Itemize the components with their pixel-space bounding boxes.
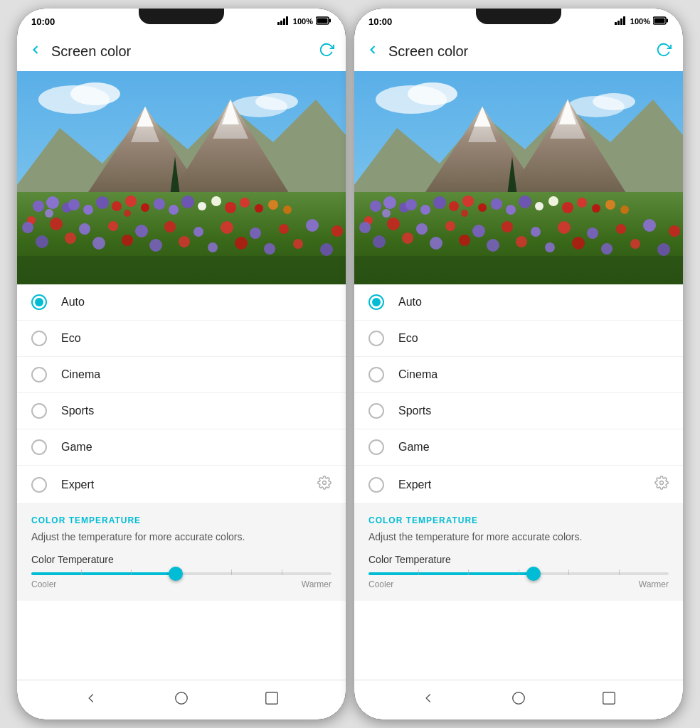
svg-point-82 <box>593 93 635 110</box>
radio-label-auto: Auto <box>398 296 669 309</box>
svg-point-59 <box>122 235 133 246</box>
svg-point-64 <box>264 243 275 255</box>
radio-item-eco[interactable]: Eco <box>354 321 683 357</box>
radio-item-sports[interactable]: Sports <box>17 393 346 429</box>
svg-point-112 <box>592 204 600 213</box>
svg-point-126 <box>669 225 680 237</box>
svg-point-110 <box>562 202 573 213</box>
radio-item-sports[interactable]: Sports <box>354 393 683 429</box>
slider-track[interactable] <box>368 572 669 575</box>
slider-thumb[interactable] <box>169 567 183 581</box>
svg-rect-1 <box>280 21 282 25</box>
color-temp-title: COLOR TEMPERATURE <box>31 515 332 525</box>
svg-point-137 <box>657 243 670 256</box>
svg-point-134 <box>572 237 585 250</box>
svg-point-94 <box>383 196 396 209</box>
radio-item-expert[interactable]: Expert <box>354 466 683 504</box>
radio-label-cinema: Cinema <box>61 368 332 381</box>
svg-point-40 <box>240 198 250 208</box>
svg-rect-72 <box>617 21 620 25</box>
nav-recent-button[interactable] <box>264 690 280 710</box>
svg-point-96 <box>382 209 391 218</box>
radio-label-game: Game <box>61 441 332 454</box>
svg-point-30 <box>125 196 137 207</box>
nav-back-button[interactable] <box>83 690 99 710</box>
svg-point-100 <box>449 201 459 211</box>
radio-label-sports: Sports <box>398 405 669 417</box>
color-temperature-section: COLOR TEMPERATURE Adjust the temperature… <box>354 504 683 601</box>
back-button[interactable] <box>28 43 43 60</box>
svg-point-122 <box>558 221 571 234</box>
refresh-button[interactable] <box>656 42 672 61</box>
svg-point-9 <box>70 82 120 105</box>
gear-icon[interactable] <box>317 476 332 493</box>
svg-point-117 <box>416 223 428 235</box>
slider-fill <box>31 572 176 575</box>
svg-point-25 <box>45 209 53 218</box>
svg-point-102 <box>478 203 487 212</box>
radio-item-eco[interactable]: Eco <box>17 321 346 357</box>
svg-point-132 <box>516 236 527 247</box>
radio-circle-eco <box>31 331 47 346</box>
svg-point-105 <box>491 198 502 210</box>
radio-item-game[interactable]: Game <box>17 429 346 466</box>
svg-point-62 <box>208 242 218 252</box>
nav-bar <box>17 680 346 719</box>
svg-point-63 <box>235 237 248 250</box>
slider-thumb[interactable] <box>526 567 541 581</box>
radio-circle-sports <box>368 403 384 419</box>
app-bar: Screen color <box>17 31 346 71</box>
refresh-button[interactable] <box>319 42 334 61</box>
svg-point-107 <box>519 196 531 208</box>
svg-point-140 <box>513 692 525 705</box>
svg-point-49 <box>164 221 176 232</box>
svg-point-109 <box>548 196 558 206</box>
svg-point-133 <box>545 242 555 252</box>
radio-item-cinema[interactable]: Cinema <box>17 357 346 393</box>
svg-point-23 <box>46 196 59 209</box>
warmer-label: Warmer <box>639 579 669 589</box>
radio-item-game[interactable]: Game <box>354 429 683 466</box>
svg-point-51 <box>221 221 233 234</box>
scroll-content: AutoEcoCinemaSportsGameExpert COLOR TEMP… <box>17 284 346 680</box>
svg-point-45 <box>50 218 63 230</box>
nav-home-button[interactable] <box>174 690 189 710</box>
battery-symbol <box>653 16 669 27</box>
svg-point-123 <box>587 228 598 239</box>
gear-icon[interactable] <box>654 476 669 493</box>
radio-label-cinema: Cinema <box>398 368 669 381</box>
slider-track[interactable] <box>31 572 332 575</box>
svg-point-37 <box>198 202 206 210</box>
nav-home-button[interactable] <box>511 690 526 710</box>
radio-circle-expert <box>31 477 47 493</box>
radio-label-expert: Expert <box>61 478 317 491</box>
back-button[interactable] <box>366 43 380 60</box>
svg-point-125 <box>643 219 656 232</box>
radio-circle-cinema <box>31 367 47 382</box>
phone-left: 10:00 100% <box>17 9 346 719</box>
svg-point-99 <box>433 196 446 209</box>
radio-label-auto: Auto <box>61 296 332 309</box>
svg-point-129 <box>430 237 442 250</box>
nav-back-button[interactable] <box>420 690 436 710</box>
radio-item-cinema[interactable]: Cinema <box>354 357 683 393</box>
radio-item-auto[interactable]: Auto <box>354 284 683 321</box>
svg-point-127 <box>373 235 386 248</box>
svg-point-57 <box>65 232 76 244</box>
radio-circle-game <box>368 439 384 455</box>
svg-point-66 <box>320 243 333 256</box>
color-mode-list: AutoEcoCinemaSportsGameExpert <box>17 284 346 504</box>
nav-recent-button[interactable] <box>601 690 617 710</box>
radio-item-expert[interactable]: Expert <box>17 466 346 504</box>
svg-point-42 <box>268 200 278 210</box>
svg-point-135 <box>601 243 612 255</box>
svg-point-58 <box>92 237 105 250</box>
preview-image <box>17 71 346 284</box>
svg-rect-5 <box>329 18 332 22</box>
svg-point-38 <box>211 196 221 206</box>
svg-point-22 <box>33 200 44 212</box>
preview-image <box>354 71 683 284</box>
svg-point-116 <box>387 218 400 230</box>
svg-point-35 <box>169 205 179 215</box>
radio-item-auto[interactable]: Auto <box>17 284 346 321</box>
